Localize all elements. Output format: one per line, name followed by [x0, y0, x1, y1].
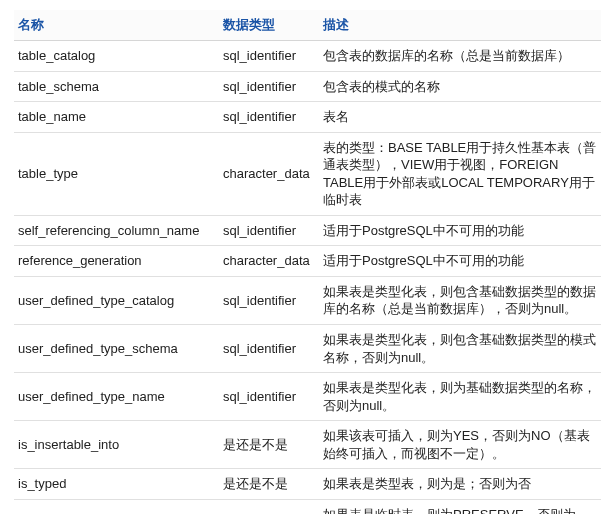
cell-datatype: character_data	[219, 246, 319, 277]
header-row: 名称 数据类型 描述	[14, 10, 601, 41]
cell-name: table_schema	[14, 71, 219, 102]
cell-name: commit_action	[14, 499, 219, 514]
cell-datatype: sql_identifier	[219, 325, 319, 373]
cell-name: user_defined_type_catalog	[14, 276, 219, 324]
table-row: table_typecharacter_data表的类型：BASE TABLE用…	[14, 132, 601, 215]
cell-datatype: 是还是不是	[219, 421, 319, 469]
cell-datatype: sql_identifier	[219, 41, 319, 72]
cell-name: is_insertable_into	[14, 421, 219, 469]
cell-desc: 如果表是临时表，则为PRESERVE，否则为null。（SQL标准为临时表定义了…	[319, 499, 601, 514]
table-row: commit_actioncharacter_data如果表是临时表，则为PRE…	[14, 499, 601, 514]
table-row: user_defined_type_schemasql_identifier如果…	[14, 325, 601, 373]
table-row: reference_generationcharacter_data适用于Pos…	[14, 246, 601, 277]
cell-name: reference_generation	[14, 246, 219, 277]
cell-desc: 适用于PostgreSQL中不可用的功能	[319, 246, 601, 277]
table-row: self_referencing_column_namesql_identifi…	[14, 215, 601, 246]
table-row: user_defined_type_catalogsql_identifier如…	[14, 276, 601, 324]
header-name: 名称	[14, 10, 219, 41]
table-row: user_defined_type_namesql_identifier如果表是…	[14, 373, 601, 421]
cell-name: table_type	[14, 132, 219, 215]
header-datatype: 数据类型	[219, 10, 319, 41]
table-row: table_catalogsql_identifier包含表的数据库的名称（总是…	[14, 41, 601, 72]
cell-desc: 如果表是类型化表，则包含基础数据类型的数据库的名称（总是当前数据库），否则为nu…	[319, 276, 601, 324]
cell-desc: 包含表的模式的名称	[319, 71, 601, 102]
cell-desc: 如果表是类型表，则为是；否则为否	[319, 469, 601, 500]
cell-name: user_defined_type_schema	[14, 325, 219, 373]
cell-name: table_name	[14, 102, 219, 133]
cell-name: self_referencing_column_name	[14, 215, 219, 246]
cell-desc: 如果该表可插入，则为YES，否则为NO（基表始终可插入，而视图不一定）。	[319, 421, 601, 469]
schema-table: 名称 数据类型 描述 table_catalogsql_identifier包含…	[14, 10, 601, 514]
cell-datatype: character_data	[219, 499, 319, 514]
cell-datatype: sql_identifier	[219, 373, 319, 421]
cell-desc: 表名	[319, 102, 601, 133]
cell-datatype: sql_identifier	[219, 71, 319, 102]
cell-name: user_defined_type_name	[14, 373, 219, 421]
table-row: table_namesql_identifier表名	[14, 102, 601, 133]
table-row: table_schemasql_identifier包含表的模式的名称	[14, 71, 601, 102]
table-row: is_typed是还是不是如果表是类型表，则为是；否则为否	[14, 469, 601, 500]
cell-name: table_catalog	[14, 41, 219, 72]
cell-desc: 表的类型：BASE TABLE用于持久性基本表（普通表类型），VIEW用于视图，…	[319, 132, 601, 215]
cell-desc: 如果表是类型化表，则包含基础数据类型的模式名称，否则为null。	[319, 325, 601, 373]
cell-desc: 适用于PostgreSQL中不可用的功能	[319, 215, 601, 246]
table-row: is_insertable_into是还是不是如果该表可插入，则为YES，否则为…	[14, 421, 601, 469]
cell-desc: 包含表的数据库的名称（总是当前数据库）	[319, 41, 601, 72]
cell-name: is_typed	[14, 469, 219, 500]
cell-datatype: sql_identifier	[219, 276, 319, 324]
cell-datatype: sql_identifier	[219, 215, 319, 246]
header-desc: 描述	[319, 10, 601, 41]
cell-desc: 如果表是类型化表，则为基础数据类型的名称，否则为null。	[319, 373, 601, 421]
cell-datatype: sql_identifier	[219, 102, 319, 133]
cell-datatype: 是还是不是	[219, 469, 319, 500]
cell-datatype: character_data	[219, 132, 319, 215]
